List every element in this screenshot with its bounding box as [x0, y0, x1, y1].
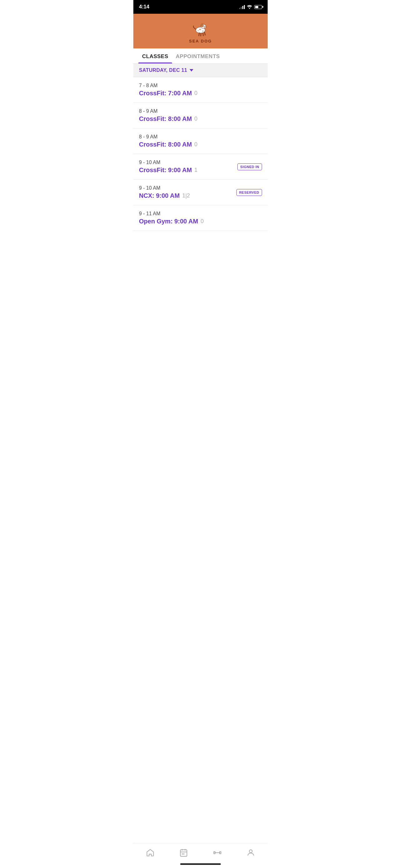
class-time-range: 7 - 8 AM	[139, 83, 262, 88]
class-info: 9 - 11 AM Open Gym: 9:00 AM 0	[139, 211, 262, 225]
class-info: 9 - 10 AM CrossFit: 9:00 AM 1	[139, 160, 237, 174]
nav-item-profile[interactable]	[241, 846, 260, 859]
class-count: 1	[194, 167, 197, 174]
class-name-row: Open Gym: 9:00 AM 0	[139, 218, 262, 225]
class-time-range: 9 - 10 AM	[139, 185, 236, 191]
class-count: 1|2	[182, 192, 190, 199]
svg-point-5	[205, 27, 206, 28]
class-item[interactable]: 9 - 10 AM CrossFit: 9:00 AM 1 SIGNED IN	[133, 154, 268, 180]
app-header: SEA DOG	[133, 14, 268, 49]
home-icon	[146, 848, 155, 857]
class-item[interactable]: 8 - 9 AM CrossFit: 8:00 AM 0	[133, 128, 268, 154]
calendar-icon	[179, 848, 188, 857]
class-time-range: 9 - 11 AM	[139, 211, 262, 217]
svg-point-26	[249, 850, 252, 853]
status-icons	[239, 4, 262, 10]
classes-list: 7 - 8 AM CrossFit: 7:00 AM 0 8 - 9 AM Cr…	[133, 77, 268, 843]
svg-rect-19	[182, 853, 183, 855]
status-bar: 4:14	[133, 0, 268, 14]
class-info: 8 - 9 AM CrossFit: 8:00 AM 0	[139, 108, 262, 122]
svg-point-3	[201, 24, 203, 27]
class-name: CrossFit: 8:00 AM	[139, 141, 192, 148]
svg-point-11	[199, 29, 201, 30]
class-item[interactable]: 8 - 9 AM CrossFit: 8:00 AM 0	[133, 103, 268, 128]
svg-rect-24	[214, 852, 215, 853]
person-icon	[246, 848, 255, 857]
class-info: 8 - 9 AM CrossFit: 8:00 AM 0	[139, 134, 262, 148]
svg-point-0	[249, 8, 250, 9]
wifi-icon	[247, 4, 252, 10]
logo-dog-icon	[191, 19, 210, 38]
nav-item-home[interactable]	[141, 846, 160, 859]
home-bar	[180, 863, 221, 865]
logo-text: SEA DOG	[189, 39, 212, 43]
chevron-down-icon	[190, 69, 193, 71]
class-count: 0	[194, 90, 197, 97]
class-name: CrossFit: 7:00 AM	[139, 90, 192, 97]
reserved-badge: RESERVED	[236, 189, 262, 196]
date-selector[interactable]: SATURDAY, DEC 11	[133, 64, 268, 77]
svg-point-6	[204, 26, 204, 26]
svg-rect-20	[183, 853, 185, 855]
svg-point-13	[198, 30, 199, 31]
svg-line-10	[205, 32, 205, 35]
class-name-row: CrossFit: 8:00 AM 0	[139, 141, 262, 148]
signal-icon	[239, 5, 245, 9]
nav-item-schedule[interactable]	[174, 846, 193, 859]
svg-line-8	[201, 33, 201, 36]
svg-line-7	[199, 33, 200, 36]
class-name: CrossFit: 8:00 AM	[139, 115, 192, 122]
battery-icon	[254, 5, 262, 9]
bottom-nav	[133, 843, 268, 861]
class-count: 0	[194, 141, 197, 148]
tabs-container: CLASSES APPOINTMENTS	[133, 49, 268, 64]
class-name-row: NCX: 9:00 AM 1|2	[139, 192, 236, 199]
class-time-range: 8 - 9 AM	[139, 134, 262, 140]
status-time: 4:14	[139, 4, 149, 10]
tab-classes[interactable]: CLASSES	[138, 49, 172, 63]
class-name-row: CrossFit: 7:00 AM 0	[139, 90, 262, 97]
svg-point-14	[204, 27, 205, 27]
class-item[interactable]: 9 - 11 AM Open Gym: 9:00 AM 0	[133, 205, 268, 231]
class-name: CrossFit: 9:00 AM	[139, 166, 192, 174]
home-indicator	[133, 861, 268, 868]
dumbbell-icon	[213, 848, 222, 857]
class-item[interactable]: 7 - 8 AM CrossFit: 7:00 AM 0	[133, 77, 268, 103]
class-name: NCX: 9:00 AM	[139, 192, 179, 199]
class-time-range: 8 - 9 AM	[139, 108, 262, 114]
class-info: 9 - 10 AM NCX: 9:00 AM 1|2	[139, 185, 236, 199]
svg-point-12	[202, 31, 204, 32]
signed-in-badge: SIGNED IN	[237, 163, 262, 170]
class-name-row: CrossFit: 9:00 AM 1	[139, 166, 237, 174]
class-info: 7 - 8 AM CrossFit: 7:00 AM 0	[139, 83, 262, 97]
class-name: Open Gym: 9:00 AM	[139, 218, 198, 225]
svg-rect-25	[220, 852, 220, 853]
tab-appointments[interactable]: APPOINTMENTS	[172, 49, 224, 63]
nav-item-workouts[interactable]	[208, 846, 227, 859]
class-name-row: CrossFit: 8:00 AM 0	[139, 115, 262, 122]
svg-rect-15	[180, 850, 187, 857]
svg-line-9	[203, 33, 203, 36]
logo-container: SEA DOG	[189, 19, 212, 43]
class-item[interactable]: 9 - 10 AM NCX: 9:00 AM 1|2 RESERVED	[133, 180, 268, 205]
date-label: SATURDAY, DEC 11	[139, 67, 187, 73]
class-count: 0	[201, 218, 204, 225]
class-count: 0	[194, 116, 197, 122]
class-time-range: 9 - 10 AM	[139, 160, 237, 165]
